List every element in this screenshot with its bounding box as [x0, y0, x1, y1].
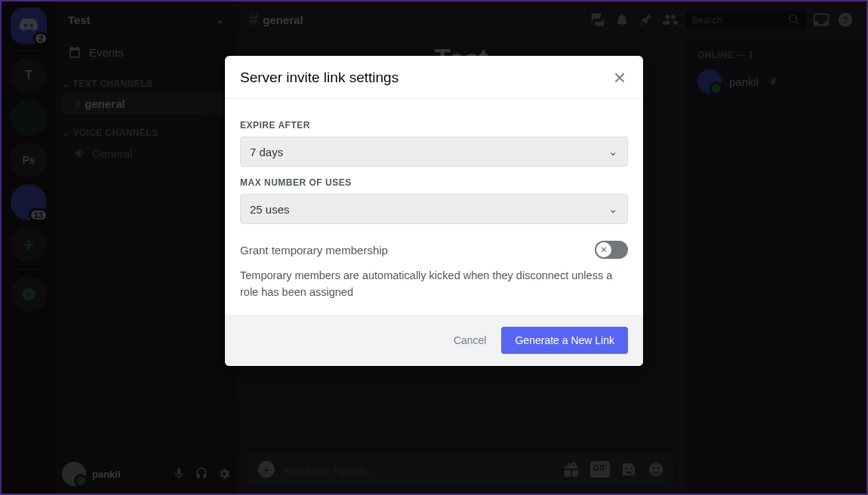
- max-uses-select[interactable]: 25 uses ⌄: [240, 194, 628, 224]
- cancel-button[interactable]: Cancel: [454, 334, 487, 346]
- max-uses-label: MAX NUMBER OF USES: [240, 177, 628, 188]
- generate-link-button[interactable]: Generate a New Link: [501, 327, 628, 354]
- modal-overlay[interactable]: Server invite link settings EXPIRE AFTER…: [2, 2, 866, 493]
- temp-membership-toggle[interactable]: ✕: [595, 241, 628, 259]
- close-icon[interactable]: [611, 69, 628, 86]
- chevron-down-icon: ⌄: [608, 202, 618, 216]
- temp-membership-label: Grant temporary membership: [240, 244, 388, 257]
- modal-title: Server invite link settings: [240, 69, 399, 86]
- expire-after-label: EXPIRE AFTER: [240, 120, 628, 131]
- invite-settings-modal: Server invite link settings EXPIRE AFTER…: [225, 56, 643, 366]
- chevron-down-icon: ⌄: [608, 145, 618, 158]
- temp-membership-help: Temporary members are automatically kick…: [240, 268, 628, 301]
- expire-after-select[interactable]: 7 days ⌄: [240, 137, 628, 167]
- toggle-knob: ✕: [596, 242, 611, 257]
- discord-app: 2 T Ps 13 + Test ⌄ Events ⌄ TEXT CHANNEL…: [0, 0, 868, 495]
